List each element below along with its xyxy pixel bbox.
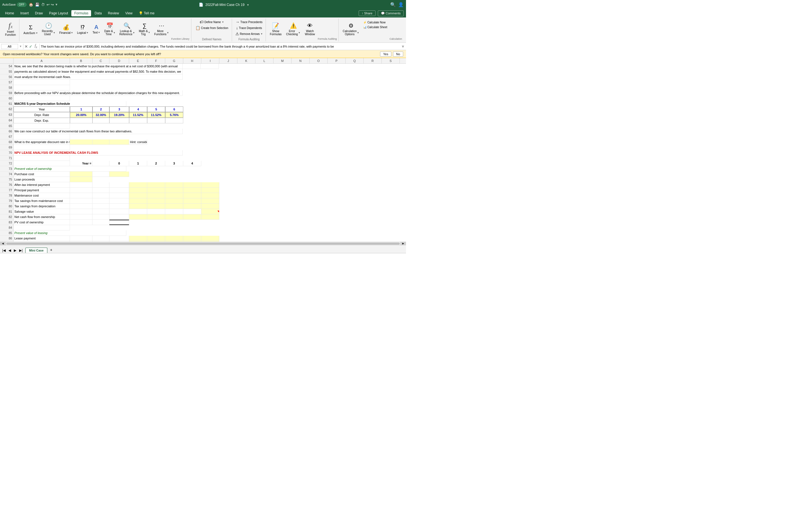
cell-G76[interactable] — [165, 182, 183, 187]
cell-E68[interactable]: Hint: consider taxes — [129, 139, 147, 145]
col-header-S[interactable]: S — [382, 58, 400, 63]
add-sheet-button[interactable]: + — [48, 247, 55, 253]
col-header-L[interactable]: L — [255, 58, 273, 63]
cell-F80[interactable] — [147, 204, 165, 209]
math-trig-dropdown-icon[interactable]: ▼ — [148, 31, 150, 34]
col-header-F[interactable]: F — [147, 58, 165, 63]
cell-A75[interactable]: Loan proceeds — [13, 177, 70, 182]
col-header-B[interactable]: B — [70, 58, 93, 63]
lookup-reference-button[interactable]: 🔍 Lookup &Reference▼ — [117, 19, 137, 39]
cell-C76[interactable] — [93, 182, 109, 187]
calculate-now-button[interactable]: ⚡ Calculate Now — [362, 20, 389, 24]
cell-D62[interactable]: 3 — [109, 107, 129, 112]
recently-used-dropdown-icon[interactable]: ▼ — [53, 32, 55, 34]
cell-C80[interactable] — [93, 204, 109, 209]
confirm-button[interactable]: ✓ — [29, 44, 33, 49]
cell-G82[interactable] — [165, 214, 183, 220]
cell-F72[interactable]: 2 — [147, 161, 165, 166]
autosum-button[interactable]: Σ AutoSum▼ — [22, 19, 40, 39]
comments-button[interactable]: 💬 Comments — [378, 10, 404, 16]
cell-D77[interactable] — [109, 187, 129, 193]
filename-dropdown[interactable]: ▼ — [247, 3, 250, 6]
cell-A59[interactable]: Before proceeding with our NPV analysis … — [13, 91, 183, 96]
name-box-dropdown[interactable]: ▼ — [19, 45, 22, 48]
share-button[interactable]: ↑ Share — [359, 10, 375, 16]
text-button[interactable]: A Text▼ — [91, 19, 102, 39]
sheet-nav-first[interactable]: |◀ — [1, 248, 7, 253]
save-icon[interactable]: 💾 — [35, 3, 40, 7]
cell-A64[interactable]: Depr. Exp. — [13, 118, 70, 123]
menu-tell-me[interactable]: 💡 Tell me — [136, 10, 157, 16]
cell-B81[interactable] — [70, 209, 93, 214]
cell-G77[interactable] — [165, 187, 183, 193]
cell-I80[interactable] — [201, 204, 219, 209]
more-icon[interactable]: ▼ — [55, 3, 58, 6]
cell-C72[interactable] — [93, 161, 109, 166]
cell-C63[interactable]: 32.00% — [93, 112, 109, 118]
cell-G72[interactable]: 3 — [165, 161, 183, 166]
h-scrollbar-thumb[interactable] — [6, 242, 400, 245]
row-num[interactable]: 76 — [0, 182, 13, 187]
yes-button[interactable]: Yes — [380, 52, 391, 57]
cell-C79[interactable] — [93, 198, 109, 204]
row-num[interactable]: 75 — [0, 177, 13, 182]
cell-A55[interactable]: payments as calculated above) or lease t… — [13, 69, 183, 74]
cell-H78[interactable] — [183, 193, 201, 198]
cell-A79[interactable]: Tax savings from maintenance cost — [13, 198, 70, 204]
row-num[interactable]: 58 — [0, 85, 13, 91]
logical-dropdown-icon[interactable]: ▼ — [86, 32, 89, 34]
cell-I82[interactable] — [201, 214, 219, 220]
cell-E79[interactable] — [129, 198, 147, 204]
remove-arrows-dropdown-icon[interactable]: ▼ — [260, 33, 263, 35]
formula-input[interactable]: The loom has an invoice price of $300,00… — [41, 45, 400, 48]
cell-B62[interactable]: 1 — [70, 107, 93, 112]
menu-view[interactable]: View — [122, 10, 135, 16]
cell-E63[interactable]: 11.52% — [129, 112, 147, 118]
error-checking-dropdown-icon[interactable]: ▼ — [298, 32, 300, 34]
cell-F62[interactable]: 5 — [147, 107, 165, 112]
cell-H79[interactable] — [183, 198, 201, 204]
col-header-C[interactable]: C — [93, 58, 109, 63]
rows-container[interactable]: 54 Now, we see that the decision being m… — [0, 64, 406, 242]
cell-D82[interactable] — [109, 214, 129, 220]
cell-E64[interactable] — [129, 118, 147, 123]
row-num[interactable]: 67 — [0, 134, 13, 139]
menu-data[interactable]: Data — [92, 10, 104, 16]
cell-F78[interactable] — [147, 193, 165, 198]
col-header-M[interactable]: M — [273, 58, 292, 63]
row-num[interactable]: 66 — [0, 129, 13, 134]
define-name-dropdown-icon[interactable]: ▼ — [221, 21, 224, 23]
col-header-A[interactable]: A — [13, 58, 70, 63]
row-num[interactable]: 84 — [0, 225, 13, 230]
text-dropdown-icon[interactable]: ▼ — [98, 31, 100, 34]
row-num[interactable]: 54 — [0, 64, 13, 69]
cell-D76[interactable] — [109, 182, 129, 187]
cell-G78[interactable] — [165, 193, 183, 198]
col-header-R[interactable]: R — [364, 58, 382, 63]
cell-A72[interactable] — [13, 161, 70, 166]
show-formulas-button[interactable]: 📝 ShowFormulas — [268, 19, 283, 39]
cell-G86[interactable] — [165, 236, 183, 241]
cell-G62[interactable]: 6 — [165, 107, 183, 112]
cell-C74[interactable] — [93, 172, 109, 177]
cell-H80[interactable] — [183, 204, 201, 209]
cell-E78[interactable] — [129, 193, 147, 198]
cell-A85[interactable]: Present value of leasing — [13, 230, 126, 236]
cell-F77[interactable] — [147, 187, 165, 193]
cell-A86[interactable]: Lease payment — [13, 236, 70, 241]
cell-C68[interactable] — [93, 139, 109, 145]
recently-used-button[interactable]: 🕐 RecentlyUsed▼ — [40, 19, 57, 39]
sheet-tab-mini-case[interactable]: Mini Case — [26, 247, 47, 253]
cell-D83[interactable] — [109, 220, 129, 225]
cell-C82[interactable] — [93, 214, 109, 220]
cell-I76[interactable] — [201, 182, 219, 187]
menu-draw[interactable]: Draw — [32, 10, 46, 16]
cell-C54[interactable] — [201, 64, 219, 69]
cell-D72[interactable]: 0 — [109, 161, 129, 166]
cell-F81[interactable] — [147, 209, 165, 214]
cell-A68[interactable]: What is the appropriate discount rate in… — [13, 139, 70, 145]
cell-A83[interactable]: PV cost of ownership — [13, 220, 70, 225]
menu-insert[interactable]: Insert — [17, 10, 32, 16]
fx-icon[interactable]: fx — [34, 44, 38, 49]
cell-A67[interactable] — [13, 134, 70, 139]
